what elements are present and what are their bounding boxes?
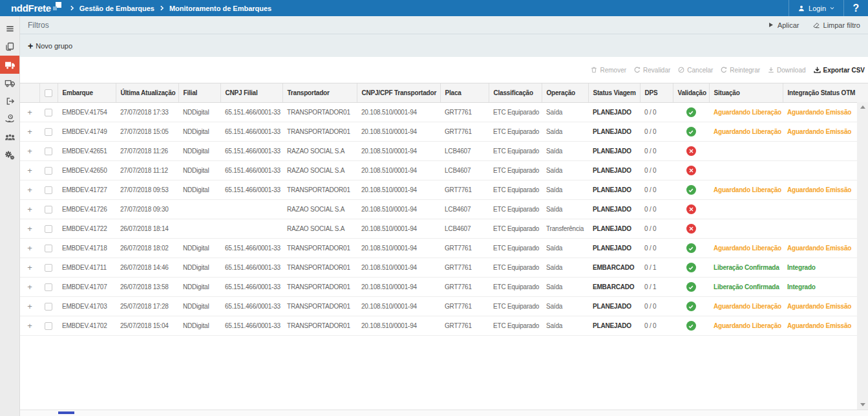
expand-row-button[interactable]: + (27, 282, 32, 292)
column-header-filial[interactable]: Filial (178, 83, 220, 103)
select-all-checkbox[interactable] (45, 89, 52, 97)
apply-filter-button[interactable]: Aplicar (767, 21, 799, 29)
exportar-csv-button[interactable]: Exportar CSV (813, 66, 865, 74)
column-header-transportador[interactable]: Transportador (282, 83, 357, 103)
expand-row-button[interactable]: + (27, 301, 32, 311)
scroll-down-icon[interactable] (860, 403, 865, 406)
cell-dps: 0 / 0 (640, 122, 673, 142)
sidebar-item-users[interactable] (0, 128, 19, 146)
validation-success-icon (686, 301, 696, 311)
row-checkbox[interactable] (45, 225, 52, 233)
row-checkbox[interactable] (45, 303, 52, 311)
trash-icon (590, 66, 598, 74)
table-row: +EMBDEV.4265027/07/2018 11:12NDDigital65… (20, 161, 868, 181)
column-header-dps[interactable]: DPS (640, 83, 673, 103)
row-checkbox[interactable] (45, 109, 52, 116)
column-header-cnpj-cpf-transportador[interactable]: CNPJ/CPF Transportador (357, 83, 440, 103)
expand-row-button[interactable]: + (27, 263, 32, 272)
help-button[interactable]: ? (843, 0, 868, 16)
expand-row-button[interactable]: + (27, 204, 32, 214)
expand-row-button[interactable]: + (27, 321, 32, 331)
cell-transportador: TRANSPORTADOR01 (282, 278, 357, 297)
cancel-icon (677, 66, 685, 74)
row-checkbox[interactable] (45, 206, 52, 213)
sidebar-item-logout[interactable] (0, 92, 19, 110)
sidebar-item-delivery-truck[interactable] (0, 74, 19, 92)
row-checkbox[interactable] (45, 186, 52, 194)
cell-classificacao: ETC Equiparado (489, 200, 542, 219)
cell-situacao: Aguardando Liberação (709, 239, 783, 258)
clear-filter-button[interactable]: Limpar filtro (812, 21, 860, 29)
row-checkbox[interactable] (45, 283, 52, 291)
new-group-button[interactable]: + Novo grupo (28, 42, 72, 50)
cell-status-viagem: PLANEJADO (588, 142, 640, 161)
cell-situacao: Liberação Confirmada (709, 278, 783, 297)
cell-situacao: Aguardando Liberação (709, 122, 783, 142)
row-checkbox[interactable] (45, 167, 52, 175)
remover-button[interactable]: Remover (590, 66, 626, 74)
cell-dps: 0 / 0 (640, 200, 673, 219)
column-header-validacao[interactable]: Validação (673, 83, 709, 103)
download-button[interactable]: Download (767, 66, 805, 74)
expand-row-button[interactable]: + (27, 224, 32, 234)
cell-cnpj-filial: 65.151.466/0001-33 (220, 297, 282, 316)
validation-error-icon (686, 166, 696, 175)
cell-atualizacao: 27/07/2018 11:26 (116, 142, 178, 161)
sidebar-item-menu[interactable] (0, 19, 19, 38)
breadcrumb-gestao-de-embarques[interactable]: Gestão de Embarques (79, 5, 154, 12)
login-menu[interactable]: Login (789, 0, 843, 16)
cell-classificacao: ETC Equiparado (489, 297, 542, 316)
cell-filial: NDDigital (178, 278, 220, 297)
cell-validacao (673, 161, 709, 181)
column-header-operacao[interactable]: Operação (542, 83, 588, 103)
cancelar-button[interactable]: Cancelar (677, 66, 713, 74)
row-checkbox[interactable] (45, 128, 52, 136)
chevron-down-icon (829, 5, 835, 11)
row-checkbox[interactable] (45, 148, 52, 155)
cell-dps: 0 / 0 (640, 239, 673, 258)
expand-row-button[interactable]: + (27, 127, 32, 137)
sidebar-item-truck[interactable] (0, 56, 19, 74)
cell-integracao: Aguardando Emissão (783, 103, 868, 122)
cell-select (39, 142, 58, 161)
cell-validacao (673, 278, 709, 297)
column-header-ultima-atualizacao[interactable]: Última Atualização (116, 83, 178, 103)
horizontal-scrollbar[interactable] (20, 410, 868, 416)
horizontal-scrollbar-thumb[interactable] (58, 411, 74, 414)
revalidar-button[interactable]: Revalidar (633, 66, 670, 74)
expand-row-button[interactable]: + (27, 243, 32, 253)
expand-row-button[interactable]: + (27, 146, 32, 156)
cell-select (39, 316, 58, 336)
breadcrumb-monitoramento-de-embarques[interactable]: Monitoramento de Embarques (169, 5, 271, 12)
validation-success-icon (686, 321, 696, 331)
cell-atualizacao: 25/07/2018 17:28 (116, 297, 178, 316)
cell-placa: GRT7761 (440, 181, 489, 200)
column-header-classificacao[interactable]: Classificação (489, 83, 542, 103)
expand-row-button[interactable]: + (27, 107, 32, 117)
column-header-embarque[interactable]: Embarque (58, 83, 116, 103)
reintegrar-button[interactable]: Reintegrar (720, 66, 760, 74)
column-header-integracao-status-otm[interactable]: Integração Status OTM (783, 83, 868, 103)
cell-filial: NDDigital (178, 161, 220, 181)
row-checkbox[interactable] (45, 322, 52, 330)
row-checkbox[interactable] (45, 264, 52, 272)
cell-situacao (709, 161, 783, 181)
sidebar-item-settings-gears[interactable] (0, 146, 19, 164)
sidebar-item-documents[interactable] (0, 38, 19, 56)
cell-operacao: Saída (542, 161, 588, 181)
row-checkbox[interactable] (45, 245, 52, 252)
expand-row-button[interactable]: + (27, 185, 32, 195)
cell-cnpj-filial: 65.151.466/0001-33 (220, 161, 282, 181)
cell-select (39, 122, 58, 142)
sidebar-item-hand-service[interactable] (0, 110, 19, 128)
column-header-status-viagem[interactable]: Status Viagem (588, 83, 640, 103)
cell-expand: + (20, 239, 39, 258)
vertical-scrollbar[interactable] (857, 102, 868, 410)
scroll-up-icon[interactable] (860, 105, 865, 109)
cell-embarque: EMBDEV.41707 (58, 278, 116, 297)
column-header-situacao[interactable]: Situação (709, 83, 783, 103)
cell-situacao: Aguardando Liberação (709, 297, 783, 316)
column-header-placa[interactable]: Placa (440, 83, 489, 103)
expand-row-button[interactable]: + (27, 166, 32, 175)
column-header-cnpj-filial[interactable]: CNPJ Filial (220, 83, 282, 103)
